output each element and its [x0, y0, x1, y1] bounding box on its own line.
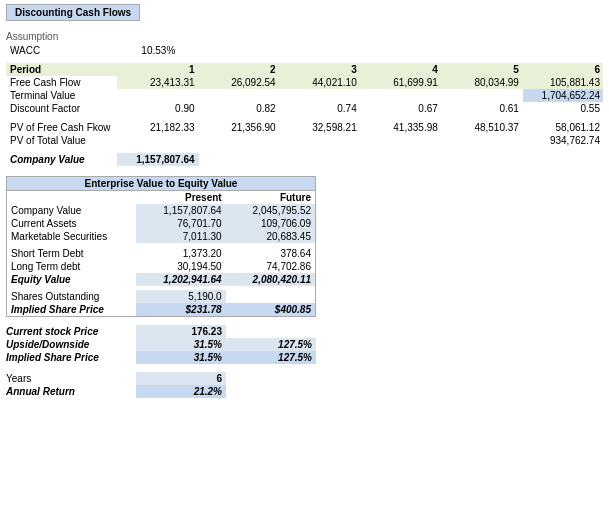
ev-ltd-future: 74,702.86: [226, 260, 316, 273]
ev-company-present: 1,157,807.64: [136, 204, 226, 217]
ev-isp-row: Implied Share Price $231.78 $400.85: [7, 303, 316, 317]
assumption-label: Assumption: [6, 31, 603, 42]
ev-col-future: Future: [226, 191, 316, 205]
ev-current-assets-row: Current Assets 76,701.70 109,706.09: [7, 217, 316, 230]
ev-ca-label: Current Assets: [7, 217, 136, 230]
ev-std-present: 1,373.20: [136, 247, 226, 260]
ev-ltd-label: Long Term debt: [7, 260, 136, 273]
period-5: 5: [442, 63, 523, 76]
upside-label: Upside/Downside: [6, 338, 136, 351]
current-stock-value: 176.23: [136, 325, 226, 338]
period-label: Period: [6, 63, 117, 76]
tv-row: Terminal Value 1,704,652.24: [6, 89, 603, 102]
fcf-6: 105,881.43: [523, 76, 603, 89]
fcf-5: 80,034.99: [442, 76, 523, 89]
ev-ltd-present: 30,194.50: [136, 260, 226, 273]
ev-std-row: Short Term Debt 1,373.20 378.64: [7, 247, 316, 260]
years-value: 6: [136, 372, 226, 385]
upside-present: 31.5%: [136, 338, 226, 351]
upside-row: Upside/Downside 31.5% 127.5%: [6, 338, 316, 351]
fcf-2: 26,092.54: [199, 76, 280, 89]
tv-value: 1,704,652.24: [523, 89, 603, 102]
fcf-row: Free Cash Flow 23,413.31 26,092.54 44,02…: [6, 76, 603, 89]
ev-col-header-row: Present Future: [7, 191, 316, 205]
ev-shares-present: 5,190.0: [136, 290, 226, 303]
period-row: Period 1 2 3 4 5 6: [6, 63, 603, 76]
pv-fcf-4: 41,335.98: [361, 121, 442, 134]
current-stock-row: Current stock Price 176.23: [6, 325, 316, 338]
pv-fcf-6: 58,061.12: [523, 121, 603, 134]
ev-ms-present: 7,011.30: [136, 230, 226, 243]
ev-ms-label: Marketable Securities: [7, 230, 136, 243]
ev-equity-present: 1,202,941.64: [136, 273, 226, 286]
pv-fcf-label: PV of Free Cash Fkow: [6, 121, 117, 134]
ev-section-title: Enterprise Value to Equity Value: [7, 177, 316, 191]
pv-tv-label: PV of Total Value: [6, 134, 117, 147]
annual-return-label: Annual Return: [6, 385, 136, 398]
ev-equity-future: 2,080,420.11: [226, 273, 316, 286]
annual-return-value: 21.2%: [136, 385, 226, 398]
ev-mkt-sec-row: Marketable Securities 7,011.30 20,683.45: [7, 230, 316, 243]
df-3: 0.74: [280, 102, 361, 115]
ev-ltd-row: Long Term debt 30,194.50 74,702.86: [7, 260, 316, 273]
tv-label: Terminal Value: [6, 89, 117, 102]
period-3: 3: [280, 63, 361, 76]
years-row: Years 6: [6, 372, 226, 385]
pv-fcf-2: 21,356.90: [199, 121, 280, 134]
ev-isp-present: $231.78: [136, 303, 226, 317]
df-2: 0.82: [199, 102, 280, 115]
company-value: 1,157,807.64: [117, 153, 198, 166]
period-1: 1: [117, 63, 198, 76]
df-4: 0.67: [361, 102, 442, 115]
ev-ca-present: 76,701.70: [136, 217, 226, 230]
period-4: 4: [361, 63, 442, 76]
period-2: 2: [199, 63, 280, 76]
fcf-1: 23,413.31: [117, 76, 198, 89]
pv-tv-value: 934,762.74: [523, 134, 603, 147]
df-5: 0.61: [442, 102, 523, 115]
annual-return-row: Annual Return 21.2%: [6, 385, 226, 398]
ev-shares-label: Shares Outstanding: [7, 290, 136, 303]
isp2-row: Implied Share Price 31.5% 127.5%: [6, 351, 316, 364]
ev-isp-future: $400.85: [226, 303, 316, 317]
ev-company-future: 2,045,795.52: [226, 204, 316, 217]
pv-fcf-1: 21,182.33: [117, 121, 198, 134]
upside-future: 127.5%: [226, 338, 316, 351]
isp2-present: 31.5%: [136, 351, 226, 364]
isp2-future: 127.5%: [226, 351, 316, 364]
ev-company-label: Company Value: [7, 204, 136, 217]
ev-std-future: 378.64: [226, 247, 316, 260]
pv-fcf-row: PV of Free Cash Fkow 21,182.33 21,356.90…: [6, 121, 603, 134]
df-row: Discount Factor 0.90 0.82 0.74 0.67 0.61…: [6, 102, 603, 115]
company-value-label: Company Value: [6, 153, 117, 166]
df-1: 0.90: [117, 102, 198, 115]
wacc-label: WACC: [6, 44, 133, 57]
current-stock-label: Current stock Price: [6, 325, 136, 338]
ev-ms-future: 20,683.45: [226, 230, 316, 243]
pv-fcf-3: 32,598.21: [280, 121, 361, 134]
df-label: Discount Factor: [6, 102, 117, 115]
ev-std-label: Short Term Debt: [7, 247, 136, 260]
title-tab: Discounting Cash Flows: [6, 4, 603, 27]
years-label: Years: [6, 372, 136, 385]
ev-shares-row: Shares Outstanding 5,190.0: [7, 290, 316, 303]
period-6: 6: [523, 63, 603, 76]
ev-equity-label: Equity Value: [7, 273, 136, 286]
ev-equity-row: Equity Value 1,202,941.64 2,080,420.11: [7, 273, 316, 286]
wacc-value: 10.53%: [133, 44, 226, 57]
isp2-label: Implied Share Price: [6, 351, 136, 364]
company-value-row: Company Value 1,157,807.64: [6, 153, 603, 166]
ev-isp-label: Implied Share Price: [7, 303, 136, 317]
ev-ca-future: 109,706.09: [226, 217, 316, 230]
fcf-4: 61,699.91: [361, 76, 442, 89]
pv-fcf-5: 48,510.37: [442, 121, 523, 134]
df-6: 0.55: [523, 102, 603, 115]
fcf-3: 44,021.10: [280, 76, 361, 89]
ev-col-present: Present: [136, 191, 226, 205]
ev-company-value-row: Company Value 1,157,807.64 2,045,795.52: [7, 204, 316, 217]
fcf-label: Free Cash Flow: [6, 76, 117, 89]
pv-tv-row: PV of Total Value 934,762.74: [6, 134, 603, 147]
ev-title-row: Enterprise Value to Equity Value: [7, 177, 316, 191]
